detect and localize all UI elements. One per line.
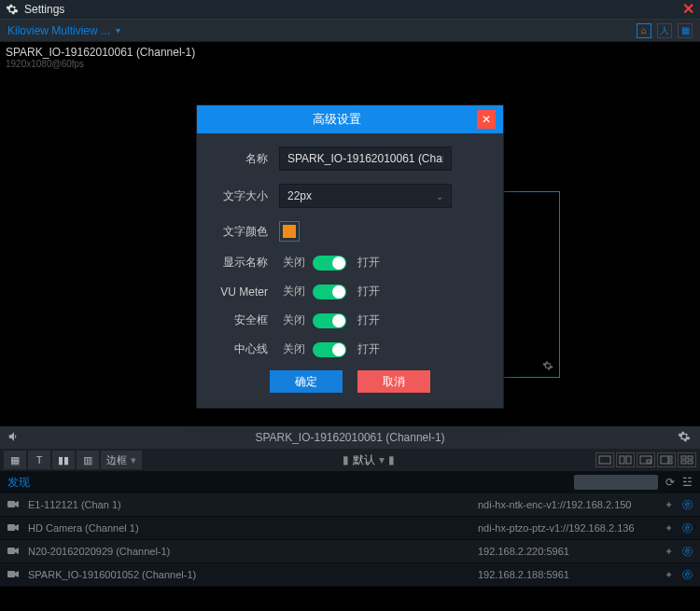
svg-rect-1 bbox=[620, 456, 624, 464]
pin-icon[interactable]: ✦ bbox=[665, 499, 673, 511]
svg-rect-4 bbox=[647, 460, 651, 463]
dialog-header: 高级设置 ✕ bbox=[197, 105, 503, 133]
layout-4-icon[interactable] bbox=[657, 452, 676, 467]
ok-button-label: 确定 bbox=[295, 374, 317, 390]
device-row[interactable]: SPARK_IO-1916001052 (Channel-1) 192.168.… bbox=[0, 563, 700, 587]
color-picker[interactable] bbox=[279, 221, 300, 242]
tab-bar: Kiloview Multiview ... ▾ ⌂ 人 ▦ bbox=[0, 20, 700, 42]
toggle-off-label: 关闭 bbox=[279, 341, 305, 357]
title-bar: Settings ✕ bbox=[0, 0, 700, 20]
discover-label: 发现 bbox=[7, 475, 30, 491]
svg-rect-11 bbox=[688, 461, 693, 464]
chevron-down-icon[interactable]: ▾ bbox=[379, 453, 385, 466]
device-row[interactable]: E1-112121 (Chan 1) ndi-hx-ntk-enc-v1://1… bbox=[0, 493, 700, 517]
center-line-label: 中心线 bbox=[214, 341, 279, 357]
svg-rect-0 bbox=[599, 456, 610, 464]
gear-icon[interactable] bbox=[542, 360, 553, 371]
ok-button[interactable]: 确定 bbox=[270, 370, 343, 393]
toggle-on-label: 打开 bbox=[354, 312, 380, 328]
camera-icon bbox=[7, 570, 21, 579]
toggle-on-label: 打开 bbox=[354, 284, 380, 299]
pin-icon[interactable]: ✦ bbox=[665, 522, 673, 535]
svg-rect-13 bbox=[7, 524, 15, 531]
browser-icon[interactable]: ⓔ bbox=[682, 568, 693, 582]
toggle-off-label: 关闭 bbox=[279, 312, 305, 328]
layout-2-icon[interactable] bbox=[616, 452, 635, 467]
center-line-toggle[interactable] bbox=[313, 342, 346, 357]
vu-meter-label: VU Meter bbox=[214, 285, 279, 299]
tool-bar: ▦ T ▮▮ ▥ 边框 ▾ ▮ 默认 ▾ ▮ bbox=[0, 449, 700, 471]
user-icon[interactable]: 人 bbox=[657, 23, 672, 38]
gear-icon[interactable] bbox=[678, 430, 693, 445]
safe-frame-label: 安全框 bbox=[214, 312, 279, 328]
browser-icon[interactable]: ⓔ bbox=[682, 545, 693, 559]
toggle-off-label: 关闭 bbox=[279, 255, 305, 271]
device-name: SPARK_IO-1916001052 (Channel-1) bbox=[28, 569, 478, 580]
name-label: 名称 bbox=[214, 151, 279, 167]
layout-5-icon[interactable] bbox=[678, 452, 696, 467]
svg-rect-15 bbox=[7, 571, 15, 577]
font-size-label: 文字大小 bbox=[214, 188, 279, 204]
chart-icon[interactable]: ▥ bbox=[77, 451, 99, 469]
color-swatch-inner bbox=[283, 225, 296, 238]
status-bar: SPARK_IO-19162010061 (Channel-1) bbox=[0, 426, 700, 449]
device-row[interactable]: N20-20162020929 (Channel-1) 192.168.2.22… bbox=[0, 540, 700, 563]
show-name-label: 显示名称 bbox=[214, 255, 279, 271]
cancel-button-label: 取消 bbox=[383, 374, 405, 390]
name-input[interactable] bbox=[279, 146, 452, 171]
show-name-toggle[interactable] bbox=[313, 256, 346, 271]
camera-icon bbox=[7, 523, 21, 533]
text-icon[interactable]: T bbox=[28, 451, 50, 469]
cancel-button[interactable]: 取消 bbox=[357, 370, 430, 393]
browser-icon[interactable]: ⓔ bbox=[682, 498, 693, 512]
device-address: ndi-hx-ntk-enc-v1://192.168.2.150 bbox=[478, 499, 655, 510]
device-name: N20-20162020929 (Channel-1) bbox=[28, 546, 478, 557]
device-name: E1-112121 (Chan 1) bbox=[28, 499, 478, 510]
chevron-down-icon[interactable]: ▾ bbox=[116, 25, 120, 35]
grid-icon[interactable]: ▦ bbox=[678, 23, 693, 38]
preset-label[interactable]: 默认 bbox=[353, 452, 375, 468]
window-title: Settings bbox=[24, 3, 64, 16]
settings-icon[interactable]: ☳ bbox=[682, 476, 693, 489]
pin-icon[interactable]: ✦ bbox=[665, 546, 673, 558]
bars-icon[interactable]: ▮▮ bbox=[52, 451, 75, 469]
browser-icon[interactable]: ⓔ bbox=[682, 521, 693, 535]
discover-header: 发现 ⟳ ☳ bbox=[0, 471, 700, 493]
home-icon[interactable]: ⌂ bbox=[637, 23, 651, 38]
advanced-settings-dialog: 高级设置 ✕ 名称 文字大小 22px ⌄ 文字颜色 bbox=[196, 104, 504, 409]
layout-3-icon[interactable] bbox=[637, 452, 655, 467]
close-icon[interactable]: ✕ bbox=[477, 110, 496, 129]
device-list: E1-112121 (Chan 1) ndi-hx-ntk-enc-v1://1… bbox=[0, 493, 700, 587]
refresh-icon[interactable]: ⟳ bbox=[665, 476, 675, 489]
tab-label[interactable]: Kiloview Multiview ... bbox=[7, 24, 110, 37]
pin-icon[interactable]: ✦ bbox=[665, 569, 673, 581]
gear-icon bbox=[6, 3, 19, 16]
svg-rect-7 bbox=[669, 461, 672, 464]
svg-rect-8 bbox=[681, 456, 686, 459]
camera-icon bbox=[7, 500, 21, 509]
safe-frame-toggle[interactable] bbox=[313, 313, 346, 328]
toggle-on-label: 打开 bbox=[354, 255, 380, 271]
svg-rect-6 bbox=[669, 456, 672, 459]
chevron-left-icon[interactable]: ▮ bbox=[343, 453, 349, 466]
vu-meter-toggle[interactable] bbox=[313, 285, 346, 299]
chevron-down-icon: ▾ bbox=[131, 454, 136, 466]
toggle-on-label: 打开 bbox=[354, 341, 380, 357]
chevron-right-icon[interactable]: ▮ bbox=[388, 453, 395, 466]
font-size-value: 22px bbox=[287, 189, 312, 202]
font-color-label: 文字颜色 bbox=[214, 224, 279, 240]
close-icon[interactable]: ✕ bbox=[682, 2, 694, 17]
svg-rect-9 bbox=[688, 456, 693, 459]
layout-1-icon[interactable] bbox=[595, 452, 614, 467]
device-name: HD Camera (Channel 1) bbox=[28, 522, 478, 534]
svg-rect-10 bbox=[681, 461, 686, 464]
search-input[interactable] bbox=[574, 475, 658, 490]
svg-rect-5 bbox=[661, 456, 668, 464]
border-toggle[interactable]: 边框 ▾ bbox=[101, 451, 142, 469]
video-channel-name: SPARK_IO-19162010061 (Channel-1) bbox=[6, 46, 195, 59]
speaker-icon[interactable] bbox=[7, 430, 22, 445]
video-resolution: 1920x1080@60fps bbox=[6, 59, 195, 69]
device-row[interactable]: HD Camera (Channel 1) ndi-hx-ptzo-ptz-v1… bbox=[0, 517, 700, 540]
layout-quad-icon[interactable]: ▦ bbox=[4, 451, 26, 469]
font-size-select[interactable]: 22px ⌄ bbox=[279, 184, 452, 208]
